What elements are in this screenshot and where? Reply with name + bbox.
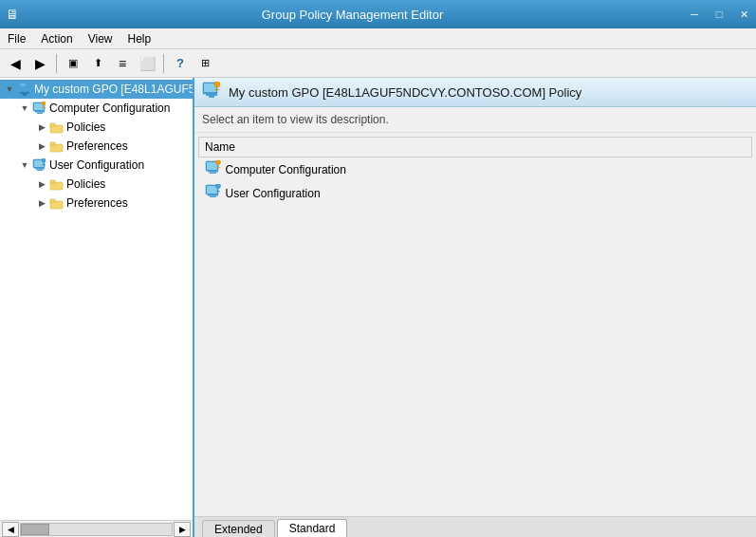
menu-bar: File Action View Help [0, 28, 756, 49]
extra2-button[interactable]: ⊞ [194, 52, 216, 75]
computer-config-label: Computer Configuration [49, 102, 170, 115]
tree-root[interactable]: ▼ My custom GPO [E48L1AGUF5N [0, 80, 193, 99]
computer-preferences-label: Preferences [66, 139, 128, 153]
close-button[interactable]: ✕ [731, 6, 756, 23]
right-panel-container: My custom GPO [E48L1AGUF5NDCVY.CONTOSO.C… [194, 78, 756, 537]
extra-button[interactable]: ⬜ [136, 52, 158, 75]
column-header-name[interactable]: Name [199, 138, 752, 157]
right-panel-title: My custom GPO [E48L1AGUF5NDCVY.CONTOSO.C… [229, 85, 581, 100]
list-view: Name [198, 137, 752, 205]
menu-help[interactable]: Help [120, 30, 159, 46]
maximize-button[interactable]: □ [707, 6, 731, 23]
show-tree-button[interactable]: ▣ [62, 52, 84, 75]
svg-rect-34 [208, 194, 218, 196]
tree-user-config[interactable]: ▼ User Configuration [0, 156, 193, 175]
toolbar-separator-2 [163, 54, 164, 73]
computer-policies-expand-icon[interactable]: ▶ [34, 120, 49, 135]
window-controls: ─ □ ✕ [682, 6, 756, 23]
right-description: Select an item to view its description. [194, 107, 756, 133]
computer-preferences-folder-icon [49, 139, 65, 154]
user-preferences-label: Preferences [66, 196, 128, 210]
svg-point-17 [42, 158, 46, 162]
tree-panel-container: ▼ My custom GPO [E48L1AGUF5N ▼ [0, 78, 194, 537]
svg-rect-7 [37, 113, 43, 115]
toolbar: ◀ ▶ ▣ ⬆ ≡ ⬜ ? ⊞ [0, 49, 756, 78]
svg-rect-1 [20, 83, 26, 86]
svg-rect-15 [35, 168, 45, 170]
root-expand-icon[interactable]: ▼ [2, 82, 17, 97]
svg-rect-35 [210, 196, 216, 198]
table-row[interactable]: User Configuration [199, 181, 752, 205]
svg-rect-25 [209, 96, 214, 98]
menu-file[interactable]: File [0, 30, 33, 46]
tree-computer-policies[interactable]: ▶ Policies [0, 118, 193, 137]
svg-point-36 [215, 184, 220, 189]
user-config-expand-icon[interactable]: ▼ [17, 157, 32, 173]
svg-rect-2 [20, 92, 29, 94]
svg-rect-16 [37, 170, 43, 172]
item-user-config[interactable]: User Configuration [199, 181, 752, 205]
details-button[interactable]: ≡ [111, 52, 134, 75]
svg-rect-10 [50, 123, 55, 126]
user-policies-expand-icon[interactable]: ▶ [34, 176, 49, 192]
scroll-thumb[interactable] [21, 524, 49, 535]
root-icon [17, 82, 32, 97]
forward-button[interactable]: ▶ [28, 52, 51, 75]
tab-standard[interactable]: Standard [277, 519, 348, 537]
svg-rect-21 [50, 199, 55, 202]
table-row[interactable]: Computer Configuration [199, 157, 752, 182]
help-button[interactable]: ? [169, 52, 192, 75]
computer-policies-folder-icon [49, 120, 65, 135]
computer-config-icon [32, 101, 47, 116]
svg-rect-29 [208, 171, 218, 173]
title-bar: 🖥 Group Policy Management Editor ─ □ ✕ [0, 0, 756, 28]
tab-extended[interactable]: Extended [202, 520, 275, 537]
user-config-list-icon [205, 184, 222, 202]
app-icon: 🖥 [6, 7, 19, 22]
svg-rect-6 [35, 111, 45, 113]
tree-computer-preferences[interactable]: ▶ Preferences [0, 137, 193, 156]
window-title: Group Policy Management Editor [23, 8, 682, 22]
tree-panel: ▼ My custom GPO [E48L1AGUF5N ▼ [0, 78, 194, 520]
svg-rect-19 [50, 180, 55, 183]
user-config-icon [32, 157, 47, 173]
toolbar-separator-1 [56, 54, 57, 73]
tree-computer-config[interactable]: ▼ Computer Configuration [0, 99, 193, 118]
tab-bar: Extended Standard [194, 516, 756, 537]
computer-config-list-icon [205, 160, 222, 178]
menu-action[interactable]: Action [33, 30, 80, 46]
svg-rect-24 [206, 94, 217, 96]
svg-rect-30 [210, 173, 216, 175]
user-config-label: User Configuration [49, 158, 144, 172]
svg-rect-33 [207, 186, 217, 194]
scroll-track[interactable] [20, 523, 173, 536]
user-policies-label: Policies [66, 177, 105, 191]
user-preferences-expand-icon[interactable]: ▶ [34, 195, 49, 211]
svg-rect-3 [23, 94, 27, 96]
scroll-left-button[interactable]: ◀ [2, 522, 19, 537]
right-header-icon [202, 82, 221, 102]
svg-point-26 [214, 82, 220, 87]
computer-policies-label: Policies [66, 120, 105, 134]
root-label: My custom GPO [E48L1AGUF5N [34, 83, 194, 96]
svg-rect-28 [207, 162, 217, 170]
item-computer-config[interactable]: Computer Configuration [199, 157, 752, 182]
svg-point-8 [42, 102, 46, 105]
user-policies-folder-icon [49, 176, 65, 192]
svg-point-31 [215, 160, 220, 165]
minimize-button[interactable]: ─ [682, 6, 707, 23]
scroll-right-button[interactable]: ▶ [174, 522, 191, 537]
menu-view[interactable]: View [81, 30, 120, 46]
computer-preferences-expand-icon[interactable]: ▶ [34, 139, 49, 154]
right-content: Name [194, 133, 756, 516]
tree-user-preferences[interactable]: ▶ Preferences [0, 194, 193, 213]
user-preferences-folder-icon [49, 195, 65, 211]
computer-config-expand-icon[interactable]: ▼ [17, 101, 32, 116]
tree-user-policies[interactable]: ▶ Policies [0, 175, 193, 194]
up-one-level-button[interactable]: ⬆ [86, 52, 109, 75]
right-header: My custom GPO [E48L1AGUF5NDCVY.CONTOSO.C… [194, 78, 756, 107]
back-button[interactable]: ◀ [4, 52, 27, 75]
svg-rect-12 [50, 142, 55, 145]
user-config-list-label: User Configuration [226, 187, 321, 200]
tree-scroll-bar: ◀ ▶ [0, 520, 193, 537]
